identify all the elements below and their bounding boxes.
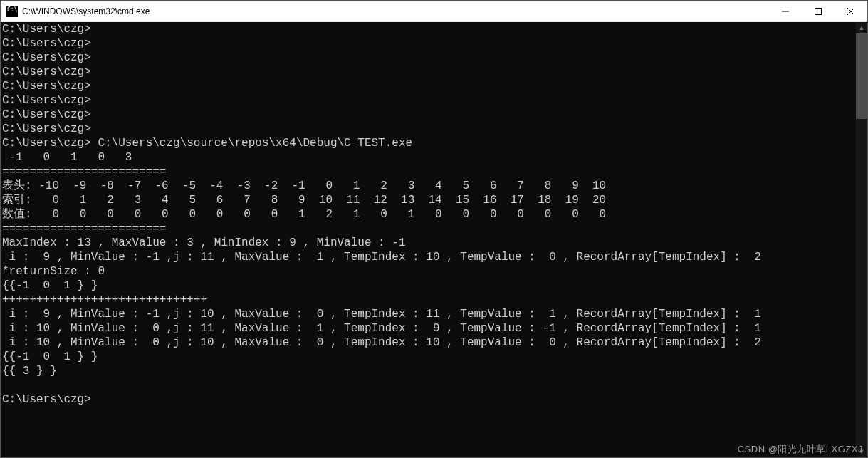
cmd-window: C:\WINDOWS\system32\cmd.exe C:\Users\czg… (0, 0, 868, 458)
prompt: C:\Users\czg> (2, 393, 91, 406)
prompt: C:\Users\czg> (2, 94, 91, 107)
output-line: {{-1 0 1 } } (2, 279, 98, 292)
close-button[interactable] (835, 1, 867, 21)
output-line: ======================== (2, 222, 166, 235)
table-header: -10 -9 -8 -7 -6 -5 -4 -3 -2 -1 0 1 2 3 4… (32, 179, 607, 192)
maximize-button[interactable] (802, 1, 835, 21)
command-text: C:\Users\czg\source\repos\x64\Debug\C_TE… (98, 137, 412, 150)
prompt: C:\Users\czg> (2, 51, 91, 64)
window-controls (769, 1, 867, 21)
watermark-text: CSDN @阳光九叶草LXGZXJ (738, 443, 863, 456)
scroll-up-icon[interactable]: ▲ (856, 22, 867, 33)
output-line: *returnSize : 0 (2, 265, 105, 278)
table-index: 0 1 2 3 4 5 6 7 8 9 10 11 12 13 14 15 16… (32, 194, 607, 207)
scrollbar-track[interactable]: ▲ ▼ (856, 22, 867, 457)
prompt: C:\Users\czg> (2, 66, 91, 78)
prompt: C:\Users\czg> (2, 80, 91, 93)
minimize-button[interactable] (769, 1, 802, 21)
prompt: C:\Users\czg> (2, 108, 91, 121)
table-value: 0 0 0 0 0 0 0 0 0 1 2 1 0 1 0 0 0 0 0 0 … (32, 208, 607, 221)
prompt: C:\Users\czg> (2, 23, 91, 36)
table-value-label: 数值: (2, 208, 32, 221)
output-line: ++++++++++++++++++++++++++++++ (2, 293, 207, 306)
output-line: ======================== (2, 165, 166, 178)
output-line: i : 9 , MinValue : -1 ,j : 10 , MaxValue… (2, 308, 761, 321)
cmd-icon (6, 6, 18, 17)
titlebar[interactable]: C:\WINDOWS\system32\cmd.exe (1, 1, 867, 22)
scrollbar-thumb[interactable] (856, 33, 867, 119)
output-line: {{-1 0 1 } } (2, 350, 98, 363)
svg-rect-1 (815, 8, 822, 14)
console-output: C:\Users\czg> C:\Users\czg> C:\Users\czg… (1, 22, 867, 407)
prompt: C:\Users\czg> (2, 137, 91, 150)
table-header-label: 表头: (2, 179, 32, 192)
output-line: -1 0 1 0 3 (2, 151, 132, 164)
output-line: {{ 3 } } (2, 365, 57, 378)
prompt: C:\Users\czg> (2, 123, 91, 135)
prompt: C:\Users\czg> (2, 37, 91, 50)
output-line: MaxIndex : 13 , MaxValue : 3 , MinIndex … (2, 236, 406, 249)
output-line: i : 10 , MinValue : 0 ,j : 11 , MaxValue… (2, 322, 761, 335)
output-line: i : 10 , MinValue : 0 ,j : 10 , MaxValue… (2, 336, 761, 349)
window-title: C:\WINDOWS\system32\cmd.exe (22, 6, 769, 16)
table-index-label: 索引: (2, 194, 32, 207)
output-line: i : 9 , MinValue : -1 ,j : 11 , MaxValue… (2, 251, 761, 264)
terminal-client-area[interactable]: C:\Users\czg> C:\Users\czg> C:\Users\czg… (1, 22, 867, 457)
